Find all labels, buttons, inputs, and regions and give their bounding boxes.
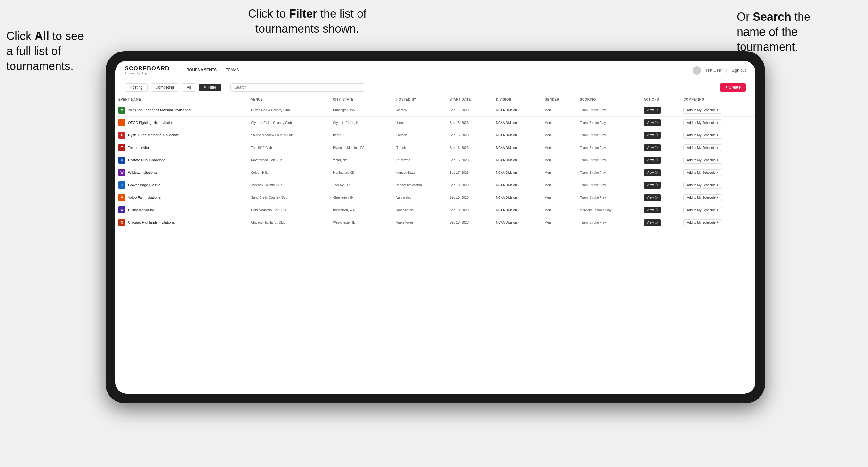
- nav-separator: |: [726, 68, 727, 73]
- cell-division: NCAA Division I: [493, 166, 541, 179]
- table-row: I OFCC Fighting Illini Invitational Olym…: [115, 117, 755, 129]
- cell-scoring: Team, Stroke Play: [577, 216, 641, 229]
- add-to-schedule-button[interactable]: Add to My Schedule +: [683, 219, 722, 226]
- add-to-schedule-button[interactable]: Add to My Schedule +: [683, 119, 722, 126]
- view-button[interactable]: View ⓘ: [644, 219, 661, 226]
- nav-tabs: TOURNAMENTS TEAMS: [182, 67, 243, 74]
- cell-venue: Ravenwood Golf Club: [248, 154, 330, 166]
- tab-all[interactable]: All: [182, 83, 196, 92]
- cell-venue: Chicago Highlands Club: [248, 216, 330, 229]
- cell-competing: Add to My Schedule +: [680, 216, 755, 229]
- cell-hosted-by: Valparaiso: [393, 191, 446, 204]
- col-start-date: START DATE: [446, 95, 493, 104]
- info-icon: ⓘ: [655, 158, 658, 162]
- create-button[interactable]: + Create: [720, 83, 746, 92]
- nav-tab-tournaments[interactable]: TOURNAMENTS: [182, 67, 221, 74]
- filter-button[interactable]: ≡ Filter: [199, 84, 221, 91]
- search-input[interactable]: [230, 83, 365, 92]
- table-container: EVENT NAME VENUE CITY, STATE HOSTED BY S…: [115, 95, 755, 394]
- cell-competing: Add to My Schedule +: [680, 166, 755, 179]
- cell-hosted-by: Illinois: [393, 117, 446, 129]
- logo-sub: Powered by clippd: [125, 72, 169, 75]
- cell-competing: Add to My Schedule +: [680, 142, 755, 154]
- view-button[interactable]: View ⓘ: [644, 169, 661, 176]
- view-button[interactable]: View ⓘ: [644, 157, 661, 163]
- cell-venue: Gold Mountain Golf Club: [248, 204, 330, 216]
- cell-competing: Add to My Schedule +: [680, 117, 755, 129]
- cell-venue: Olympia Fields Country Club: [248, 117, 330, 129]
- cell-gender: Men: [541, 154, 577, 166]
- col-hosted-by: HOSTED BY: [393, 95, 446, 104]
- cell-actions: View ⓘ: [641, 191, 680, 204]
- add-to-schedule-button[interactable]: Add to My Schedule +: [683, 194, 722, 201]
- add-to-schedule-button[interactable]: Add to My Schedule +: [683, 182, 722, 189]
- cell-scoring: Individual, Stroke Play: [577, 204, 641, 216]
- info-icon: ⓘ: [655, 195, 658, 200]
- add-to-schedule-button[interactable]: Add to My Schedule +: [683, 144, 722, 151]
- team-icon: T: [118, 144, 125, 151]
- add-to-schedule-button[interactable]: Add to My Schedule +: [683, 107, 722, 114]
- team-icon: W: [118, 207, 125, 214]
- nav-right: Test User | Sign out: [692, 66, 746, 74]
- table-row: T Temple Invitational The 1912 Club Plym…: [115, 142, 755, 154]
- info-icon: ⓘ: [655, 133, 658, 137]
- cell-city-state: Westchester, IL: [330, 216, 393, 229]
- view-button[interactable]: View ⓘ: [644, 119, 661, 126]
- cell-competing: Add to My Schedule +: [680, 179, 755, 191]
- table-row: W Husky Individual Gold Mountain Golf Cl…: [115, 204, 755, 216]
- cell-venue: The 1912 Club: [248, 142, 330, 154]
- cell-venue: Shuttle Meadow Country Club: [248, 129, 330, 142]
- info-icon: ⓘ: [655, 146, 658, 150]
- table-row: U Upstate Dual Challenge Ravenwood Golf …: [115, 154, 755, 166]
- view-button[interactable]: View ⓘ: [644, 132, 661, 138]
- table-row: C Chicago Highlands Invitational Chicago…: [115, 216, 755, 229]
- cell-start-date: Sep 18, 2023: [446, 179, 493, 191]
- add-to-schedule-button[interactable]: Add to My Schedule +: [683, 132, 722, 138]
- cell-division: NCAA Division I: [493, 142, 541, 154]
- cell-gender: Men: [541, 117, 577, 129]
- cell-division: NCAA Division I: [493, 191, 541, 204]
- tablet-frame: SCOREBOARD Powered by clippd TOURNAMENTS…: [105, 51, 765, 403]
- team-icon: M: [118, 106, 125, 114]
- cell-city-state: Bremerton, WA: [330, 204, 393, 216]
- cell-event-name: W Wildcat Invitational: [115, 166, 248, 179]
- add-to-schedule-button[interactable]: Add to My Schedule +: [683, 157, 722, 163]
- annotation-search: Or Search thename of thetournament.: [737, 9, 859, 54]
- cell-hosted-by: Tennessee-Martin: [393, 179, 446, 191]
- team-icon: C: [118, 219, 125, 226]
- team-icon: W: [118, 169, 125, 176]
- col-venue: VENUE: [248, 95, 330, 104]
- add-to-schedule-button[interactable]: Add to My Schedule +: [683, 207, 722, 214]
- cell-start-date: Sep 18, 2023: [446, 191, 493, 204]
- view-button[interactable]: View ⓘ: [644, 194, 661, 201]
- view-button[interactable]: View ⓘ: [644, 182, 661, 189]
- add-to-schedule-button[interactable]: Add to My Schedule +: [683, 169, 722, 176]
- filter-bar: Hosting Competing All ≡ Filter + Create: [115, 80, 755, 95]
- logo-scoreboard: SCOREBOARD: [125, 66, 169, 71]
- team-icon: G: [118, 182, 125, 189]
- tab-hosting[interactable]: Hosting: [125, 83, 148, 92]
- col-event-name: EVENT NAME: [115, 95, 248, 104]
- view-button[interactable]: View ⓘ: [644, 107, 661, 114]
- cell-actions: View ⓘ: [641, 204, 680, 216]
- cell-start-date: Sep 16, 2023: [446, 129, 493, 142]
- table-row: F Ryan T. Lee Memorial Collegiate Shuttl…: [115, 129, 755, 142]
- cell-gender: Men: [541, 179, 577, 191]
- cell-division: NCAA Division I: [493, 117, 541, 129]
- cell-actions: View ⓘ: [641, 216, 680, 229]
- event-name-text: 2023 Joe Feaganes Marshall Invitational: [128, 108, 191, 112]
- view-button[interactable]: View ⓘ: [644, 144, 661, 151]
- view-button[interactable]: View ⓘ: [644, 207, 661, 214]
- nav-tab-teams[interactable]: TEAMS: [221, 67, 243, 74]
- table-header-row: EVENT NAME VENUE CITY, STATE HOSTED BY S…: [115, 95, 755, 104]
- cell-hosted-by: Kansas State: [393, 166, 446, 179]
- cell-event-name: T Temple Invitational: [115, 142, 248, 154]
- cell-actions: View ⓘ: [641, 129, 680, 142]
- cell-scoring: Team, Stroke Play: [577, 166, 641, 179]
- annotation-all: Click All to seea full list oftournament…: [6, 29, 105, 73]
- col-gender: GENDER: [541, 95, 577, 104]
- event-name-text: Husky Individual: [128, 208, 154, 212]
- tab-competing[interactable]: Competing: [151, 83, 179, 92]
- sign-out-link[interactable]: Sign out: [732, 68, 746, 73]
- cell-start-date: Sep 18, 2023: [446, 216, 493, 229]
